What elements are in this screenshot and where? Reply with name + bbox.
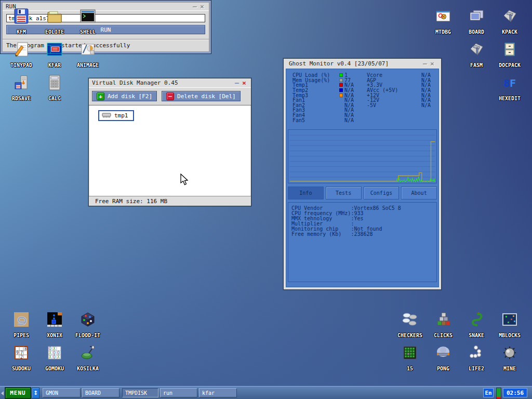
gmon-tab-tests[interactable]: Tests <box>326 187 362 200</box>
desktop-icon-mblocks[interactable]: MBLOCKS <box>490 311 529 339</box>
mblocks-icon <box>501 311 518 328</box>
vdm-disk-list: tmp1 <box>89 105 250 196</box>
desktop-icon-label: KPACK <box>502 29 517 35</box>
desktop-icon-floodit[interactable]: FLOOD-IT <box>68 311 108 339</box>
vdm-minimize-icon[interactable]: – <box>233 79 241 87</box>
desktop-icon-label: BOARD <box>469 29 484 35</box>
desktop-icon-label: FLOOD-IT <box>75 332 100 338</box>
run-minimize-icon[interactable]: – <box>191 3 198 10</box>
sensor-color-square <box>339 83 343 87</box>
taskbar-task-tmpdisk[interactable]: TMPDISK <box>122 388 158 397</box>
gmon-sensors-right: VcoreN/AAGPN/A+3.3VN/AAVcc (+5V)N/A+12VN… <box>367 73 431 108</box>
clock[interactable]: 02:56 <box>503 388 527 397</box>
life2-icon <box>468 344 485 361</box>
disk-item-label: tmp1 <box>114 112 128 119</box>
checkers-icon <box>402 311 418 328</box>
sensor-color-square <box>339 94 343 97</box>
taskbar-task-run[interactable]: run <box>160 388 197 397</box>
gmon-tab-about[interactable]: About <box>401 187 437 200</box>
snake-icon <box>468 311 485 328</box>
gmon-minimize-icon[interactable]: – <box>421 60 429 68</box>
mtdbg-icon <box>435 8 451 24</box>
desktop-icon-kosilka[interactable]: KOSILKA <box>68 344 108 373</box>
desktop-icon-label: 15 <box>407 366 413 371</box>
desktop-icon-calc[interactable]: CALC <box>35 74 74 102</box>
shell-icon <box>79 8 96 24</box>
taskbar-collapse-arrow-icon[interactable] <box>1 391 4 395</box>
sensor-value: N/A <box>421 102 431 108</box>
taskbar-task-kfar[interactable]: kfar <box>199 388 237 397</box>
desktop-icon-label: PIPES <box>14 332 29 338</box>
virtual-disk-manager-window: Virtual Disk Manager 0.45 – × + Add disk… <box>88 78 251 206</box>
svg-text:X: X <box>49 355 51 360</box>
desktop-icon-label: CLICKS <box>434 332 453 338</box>
desktop-icon-label: LIFE2 <box>469 366 484 371</box>
menu-button[interactable]: MENU <box>5 388 31 398</box>
tinypad-icon <box>13 41 30 58</box>
language-indicator[interactable]: En <box>483 388 494 397</box>
cpu-usage-meter[interactable] <box>496 388 501 399</box>
docpack-icon <box>501 41 518 58</box>
hexedit-icon: 8F <box>501 74 518 91</box>
clicks-icon <box>435 311 451 328</box>
desktop-icon-label: PONG <box>437 366 449 371</box>
desktop: KFMEOLITESHELLTINYPADKFARANIMAGERDSAVECA… <box>0 0 532 399</box>
sensor-row: Fan5N/A <box>292 117 354 123</box>
desktop-icon-label: GOMOKU <box>45 366 64 371</box>
calc-icon <box>46 74 63 91</box>
ghost-monitor-window: Ghost Monitor v0.4 [23/05/07] – × CPU Lo… <box>283 58 442 290</box>
desktop-icon-label: EOLITE <box>45 29 64 35</box>
info-row: Free memory (Kb) :238628 <box>291 232 436 237</box>
taskbar-task-board[interactable]: BOARD <box>82 388 119 397</box>
gmon-tab-info[interactable]: Info <box>288 187 324 200</box>
kfm-icon <box>13 8 30 24</box>
taskbar: MENU ↕ GMONBOARDTMPDISKrunkfar En 02:56 <box>0 386 532 399</box>
desktop-icon-docpack[interactable]: DOCPACK <box>490 41 529 69</box>
desktop-icon-label: ANIMAGE <box>77 62 99 68</box>
pipes-icon <box>13 311 30 328</box>
gmon-tab-configs[interactable]: Configs <box>364 187 400 200</box>
eolite-icon <box>46 8 63 24</box>
svg-text:8: 8 <box>24 347 27 351</box>
desktop-icon-shell[interactable]: SHELL <box>68 8 108 36</box>
desktop-icon-label: KFM <box>17 29 26 35</box>
desktop-icon-label: HEXEDIT <box>499 96 521 101</box>
gmon-close-icon[interactable]: × <box>429 60 436 68</box>
sudoku-icon: 8972 <box>13 344 30 361</box>
disk-item-tmp1[interactable]: tmp1 <box>98 110 134 121</box>
sensor-row: -5VN/A <box>367 103 431 108</box>
kfar-icon <box>46 41 63 58</box>
board-icon <box>468 8 485 24</box>
desktop-icon-kpack[interactable]: KPACK <box>490 8 529 36</box>
fifteen-icon <box>402 344 418 361</box>
desktop-icon-animage[interactable]: ANIMAGE <box>68 41 108 69</box>
desktop-icon-label: DOCPACK <box>499 62 521 68</box>
rdsave-icon <box>13 74 30 91</box>
gmon-titlebar[interactable]: Ghost Monitor v0.4 [23/05/07] – × <box>286 59 439 69</box>
mine-icon <box>501 344 518 361</box>
add-disk-button[interactable]: + Add disk [F2] <box>92 91 157 101</box>
svg-text:8: 8 <box>503 77 510 89</box>
run-close-icon[interactable]: × <box>198 3 206 10</box>
desktop-icon-mine[interactable]: MINE <box>490 344 529 373</box>
vdm-titlebar[interactable]: Virtual Disk Manager 0.45 – × <box>89 78 251 88</box>
gmon-tabs: InfoTestsConfigsAbout <box>288 187 437 200</box>
sensor-value: N/A <box>344 117 354 123</box>
delete-disk-icon: – <box>166 92 174 100</box>
desktop-icon-hexedit[interactable]: 8FHEXEDIT <box>490 74 529 102</box>
kosilka-icon <box>79 344 96 361</box>
floodit-icon <box>79 311 96 328</box>
vdm-close-icon[interactable]: × <box>241 79 248 87</box>
gmon-title: Ghost Monitor v0.4 [23/05/07] <box>289 60 421 67</box>
svg-text:F: F <box>510 77 516 89</box>
fasm-icon <box>468 41 485 58</box>
updown-arrow-icon[interactable]: ↕ <box>32 388 39 398</box>
sensor-color-square <box>339 78 343 82</box>
desktop-icon-label: FASM <box>470 62 483 68</box>
taskbar-task-gmon[interactable]: GMON <box>43 388 81 397</box>
delete-disk-button[interactable]: – Delete disk [Del] <box>162 91 241 101</box>
desktop-icon-label: TINYPAD <box>10 62 32 68</box>
desktop-icon-label: CHECKERS <box>397 332 422 338</box>
desktop-icon-label: SUDOKU <box>12 366 31 371</box>
animage-icon <box>79 41 96 58</box>
